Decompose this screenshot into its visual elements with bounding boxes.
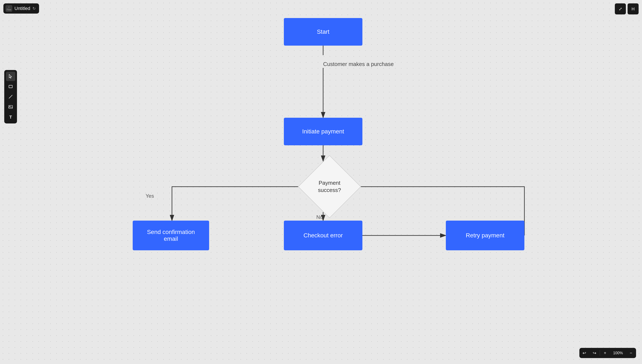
zoom-in-button[interactable]: +: [600, 348, 610, 358]
svg-rect-9: [9, 106, 13, 108]
app-icon-text: IFlow: [7, 6, 11, 11]
document-title: Untitled: [15, 6, 30, 11]
retry-payment-node[interactable]: Retry payment: [446, 220, 524, 250]
svg-line-8: [9, 95, 12, 98]
initiate-payment-node[interactable]: Initiate payment: [284, 118, 362, 145]
send-email-label: Send confirmationemail: [147, 229, 195, 242]
zoom-level: 100%: [610, 351, 626, 355]
decision-label: Payment success?: [318, 180, 341, 194]
text-tool-button[interactable]: T: [6, 112, 15, 122]
toolbar: T: [4, 70, 17, 124]
image-tool-button[interactable]: [6, 102, 15, 112]
help-button[interactable]: H: [627, 4, 638, 14]
zoom-controls: ↩ ↪ + 100% −: [579, 348, 636, 358]
undo-button[interactable]: ↩: [579, 348, 589, 358]
checkout-error-node[interactable]: Checkout error: [284, 220, 362, 250]
title-bar: IFlow Untitled ↻: [4, 4, 39, 14]
text-icon: T: [9, 115, 12, 120]
yes-label: Yes: [146, 193, 154, 199]
top-right-actions: ⤢ H: [615, 4, 638, 14]
refresh-icon[interactable]: ↻: [33, 6, 36, 11]
select-tool-button[interactable]: [6, 72, 15, 81]
redo-button[interactable]: ↪: [589, 348, 600, 358]
customer-purchase-label: Customer makes a purchase: [323, 61, 394, 68]
no-label: No: [316, 214, 323, 220]
svg-rect-7: [9, 85, 12, 88]
rectangle-tool-button[interactable]: [6, 82, 15, 91]
app-icon: IFlow: [6, 5, 12, 12]
zoom-out-button[interactable]: −: [626, 348, 636, 358]
export-button[interactable]: ⤢: [615, 4, 626, 14]
start-node[interactable]: Start: [284, 18, 362, 46]
send-confirmation-email-node[interactable]: Send confirmationemail: [133, 220, 209, 250]
decision-node[interactable]: Payment success?: [304, 161, 355, 212]
line-tool-button[interactable]: [6, 92, 15, 102]
